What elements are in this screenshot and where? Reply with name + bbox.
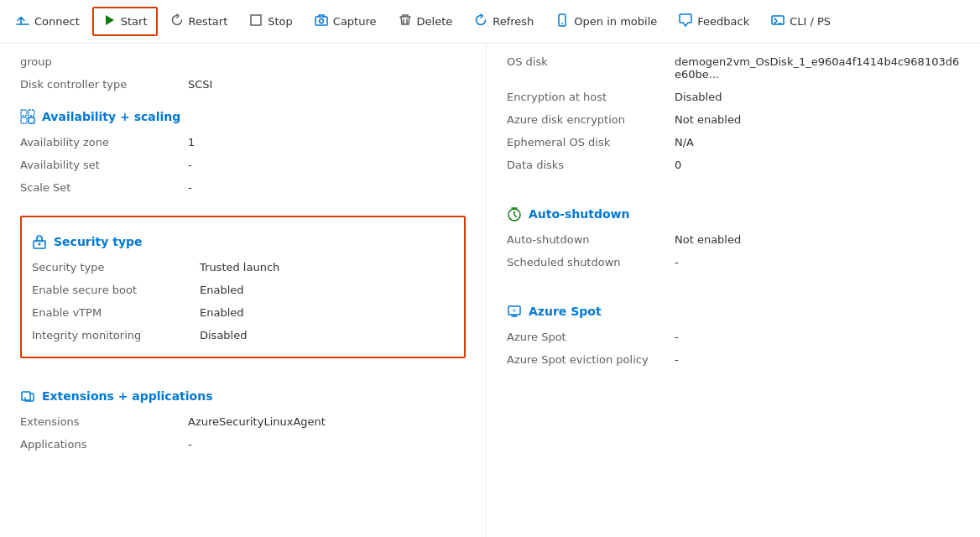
property-row: Azure Spot eviction policy - <box>507 348 960 371</box>
left-panel: group Disk controller type SCSI <box>0 44 487 537</box>
connect-button[interactable]: Connect <box>7 8 89 35</box>
os-disk-value: demogen2vm_OsDisk_1_e960a4f1414b4c968103… <box>675 55 960 81</box>
data-disks-label: Data disks <box>507 159 675 171</box>
encryption-host-value: Disabled <box>675 91 960 103</box>
svg-point-5 <box>561 23 563 24</box>
feedback-button[interactable]: Feedback <box>670 8 758 35</box>
vtpm-value: Enabled <box>200 306 454 319</box>
cli-ps-button[interactable]: CLI / PS <box>762 8 840 35</box>
extensions-section: Extensions + applications Extensions Azu… <box>20 375 466 456</box>
scheduled-shutdown-label: Scheduled shutdown <box>507 256 675 268</box>
security-title: Security type <box>54 235 143 248</box>
applications-label: Applications <box>20 438 188 451</box>
property-row: Scheduled shutdown - <box>507 251 960 274</box>
open-mobile-button[interactable]: Open in mobile <box>546 8 666 35</box>
capture-label: Capture <box>333 15 377 28</box>
delete-button[interactable]: Delete <box>389 8 462 35</box>
extensions-label: Extensions <box>20 415 188 428</box>
property-row: Enable vTPM Enabled <box>32 301 454 324</box>
azure-spot-label: Azure Spot <box>507 331 675 343</box>
refresh-button[interactable]: Refresh <box>465 8 543 35</box>
svg-rect-9 <box>21 117 27 123</box>
property-row: Availability zone 1 <box>20 131 466 154</box>
svg-rect-10 <box>29 117 34 123</box>
availability-section: Availability + scaling Availability zone… <box>20 96 466 199</box>
capture-button[interactable]: Capture <box>305 8 386 35</box>
vtpm-label: Enable vTPM <box>32 306 200 319</box>
availability-icon <box>20 109 35 124</box>
svg-rect-1 <box>251 15 261 25</box>
security-section: Security type Security type Trusted laun… <box>20 216 466 358</box>
avail-zone-value: 1 <box>188 136 466 149</box>
start-button[interactable]: Start <box>92 7 158 36</box>
applications-value: - <box>188 438 466 451</box>
delete-icon <box>399 13 412 29</box>
scale-set-value: - <box>188 181 466 194</box>
avail-set-value: - <box>188 159 466 171</box>
svg-point-13 <box>39 243 41 246</box>
property-row: Enable secure boot Enabled <box>32 279 454 301</box>
auto-shutdown-header: Auto-shutdown <box>507 193 960 222</box>
azure-disk-enc-value: Not enabled <box>675 113 960 126</box>
svg-rect-14 <box>22 392 30 400</box>
extensions-header: Extensions + applications <box>20 375 466 404</box>
svg-rect-8 <box>29 110 34 116</box>
azure-disk-enc-label: Azure disk encryption <box>507 113 675 126</box>
azure-spot-header: Azure Spot <box>507 290 960 319</box>
azure-spot-eviction-label: Azure Spot eviction policy <box>507 353 675 366</box>
azure-spot-section: Azure Spot Azure Spot - Azure Spot evict… <box>507 290 960 371</box>
cli-icon <box>771 13 785 29</box>
integrity-value: Disabled <box>200 329 454 341</box>
security-type-value: Trusted launch <box>200 261 454 274</box>
toolbar: Connect Start Restart Stop <box>0 0 980 44</box>
encryption-host-label: Encryption at host <box>507 91 675 103</box>
svg-marker-0 <box>106 15 114 25</box>
scheduled-shutdown-value: - <box>675 256 960 268</box>
stop-icon <box>249 13 263 29</box>
disk-top-rows: OS disk demogen2vm_OsDisk_1_e960a4f1414b… <box>507 44 960 176</box>
property-row: OS disk demogen2vm_OsDisk_1_e960a4f1414b… <box>507 50 960 86</box>
right-panel: OS disk demogen2vm_OsDisk_1_e960a4f1414b… <box>487 44 980 537</box>
auto-shutdown-title: Auto-shutdown <box>529 207 629 221</box>
main-content: group Disk controller type SCSI <box>0 44 980 537</box>
security-icon <box>32 234 47 249</box>
start-icon <box>102 13 116 29</box>
property-row: Availability set - <box>20 154 466 176</box>
mobile-icon <box>555 13 569 29</box>
property-row: Auto-shutdown Not enabled <box>507 228 960 251</box>
property-row: Azure Spot - <box>507 326 960 348</box>
property-row: Scale Set - <box>20 176 466 199</box>
stop-label: Stop <box>268 15 293 28</box>
security-type-label: Security type <box>32 261 200 274</box>
ephemeral-os-label: Ephemeral OS disk <box>507 136 675 149</box>
property-row: Encryption at host Disabled <box>507 86 960 108</box>
property-row: Extensions AzureSecurityLinuxAgent <box>20 410 466 433</box>
clock-icon <box>507 206 522 222</box>
property-row: group <box>20 50 466 73</box>
stop-button[interactable]: Stop <box>240 8 302 35</box>
svg-rect-7 <box>21 110 27 116</box>
scale-set-label: Scale Set <box>20 181 188 194</box>
disk-controller-value: SCSI <box>188 78 466 91</box>
os-disk-label: OS disk <box>507 55 675 68</box>
security-header: Security type <box>32 221 454 249</box>
availability-header: Availability + scaling <box>20 96 466 124</box>
open-mobile-label: Open in mobile <box>574 15 657 28</box>
property-row: Integrity monitoring Disabled <box>32 324 454 347</box>
refresh-label: Refresh <box>493 15 534 28</box>
availability-title: Availability + scaling <box>42 110 180 123</box>
extensions-icon <box>20 388 35 404</box>
monitor-icon <box>507 304 522 319</box>
auto-shutdown-label: Auto-shutdown <box>507 233 675 246</box>
connect-icon <box>16 13 29 29</box>
delete-label: Delete <box>417 15 453 28</box>
property-row: Azure disk encryption Not enabled <box>507 108 960 131</box>
restart-button[interactable]: Restart <box>161 8 237 35</box>
restart-icon <box>170 13 184 29</box>
extensions-value: AzureSecurityLinuxAgent <box>188 415 466 428</box>
auto-shutdown-value: Not enabled <box>675 233 960 246</box>
disk-controller-label: Disk controller type <box>20 78 188 91</box>
top-rows: group Disk controller type SCSI <box>20 44 466 96</box>
property-label: group <box>20 55 188 68</box>
svg-point-17 <box>513 309 516 312</box>
